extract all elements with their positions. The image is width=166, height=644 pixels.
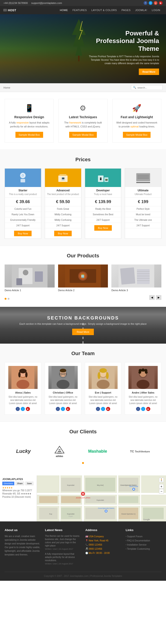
andre-youtube-icon[interactable]: ▶ bbox=[146, 407, 150, 411]
advanced-buy-button[interactable]: Buy Now bbox=[54, 231, 72, 236]
feature-text-responsive: A fully responsive layout that adapts pe… bbox=[8, 121, 50, 128]
map-sidebar-title: JOOMLAPLATES bbox=[2, 478, 34, 480]
feature-btn-techniques[interactable]: Sample Modal Box bbox=[69, 132, 97, 138]
christian-twitter-icon[interactable]: t bbox=[61, 407, 65, 411]
starter-feat-3: Environmentally Friendly bbox=[5, 217, 41, 223]
monitor-icon bbox=[4, 9, 7, 11]
carousel-dot-active[interactable] bbox=[5, 298, 7, 300]
carousel-dot-2[interactable] bbox=[8, 298, 10, 300]
nav-logo[interactable]: HOST bbox=[4, 8, 16, 12]
clients-title: Our Clients bbox=[5, 429, 161, 435]
starter-feat-1: Colorful and Fun bbox=[5, 206, 41, 212]
footer-about-text: We are a small, creative team specializi… bbox=[5, 534, 40, 556]
breadcrumb-home[interactable]: Home bbox=[4, 86, 10, 89]
map-share-button[interactable]: Share bbox=[16, 482, 24, 485]
eve-twitter-icon[interactable]: t bbox=[101, 407, 105, 411]
svg-text:Google: Google bbox=[143, 518, 150, 521]
nav-item-joomla[interactable]: Joomla! bbox=[133, 6, 149, 14]
clients-logos: Lucky adidas Mashable TC TechVenture bbox=[5, 440, 161, 462]
eve-name: Eve | Support bbox=[89, 391, 118, 394]
search-icon: 🔍 bbox=[133, 86, 136, 89]
alexa-twitter-icon[interactable]: t bbox=[21, 407, 25, 411]
developer-price: € 139.99 bbox=[85, 197, 121, 206]
feature-btn-fast[interactable]: Sample Modal Box bbox=[123, 132, 150, 138]
twitter-icon[interactable]: t bbox=[149, 1, 152, 5]
adidas-icon bbox=[54, 445, 65, 454]
carousel-next-button[interactable]: ▶ bbox=[156, 295, 161, 300]
alexa-youtube-icon[interactable]: ▶ bbox=[26, 407, 30, 411]
nav-item-home[interactable]: Home bbox=[58, 6, 70, 14]
nav-item-login[interactable]: Login bbox=[149, 6, 162, 14]
svg-text:Κuper: Κuper bbox=[69, 516, 73, 517]
svg-text:Κυρεναϊκό: Κυρεναϊκό bbox=[97, 499, 104, 501]
andre-facebook-icon[interactable]: f bbox=[136, 407, 140, 411]
main-nav: HOST Home Features Layout & Colors Pages… bbox=[0, 6, 166, 14]
eve-socials: f t ▶ bbox=[89, 407, 118, 411]
developer-buy-button[interactable]: Buy Now bbox=[94, 225, 112, 231]
footer-news-date-1: Written: User | 24 August 2017 bbox=[45, 548, 81, 550]
product-2-artwork: 🫙 bbox=[65, 264, 101, 288]
nav-item-pages[interactable]: Pages bbox=[119, 6, 133, 14]
alexa-facebook-icon[interactable]: f bbox=[16, 407, 20, 411]
zoom-out-button[interactable]: − bbox=[159, 489, 164, 494]
christian-facebook-icon[interactable]: f bbox=[56, 407, 60, 411]
carousel-prev-button[interactable]: ◀ bbox=[149, 295, 155, 300]
responsive-link[interactable]: responsive bbox=[16, 121, 29, 124]
svg-text:GreenSplendid District: GreenSplendid District bbox=[98, 508, 114, 509]
svg-point-57 bbox=[99, 368, 107, 373]
ultimate-features: Perfect Style Must be loved The Ultimate… bbox=[125, 206, 161, 228]
svg-point-55 bbox=[97, 380, 110, 389]
search-box[interactable]: 🔍 bbox=[131, 85, 162, 90]
andre-name: Andre | After Sales bbox=[128, 391, 158, 394]
search-input[interactable] bbox=[137, 86, 160, 89]
starter-buy-button[interactable]: Buy Now bbox=[14, 231, 32, 236]
prices-grid: ⏱ Starter This is a really cool product … bbox=[5, 168, 161, 239]
hero-read-more-button[interactable]: Read More bbox=[139, 68, 159, 75]
team-card-andre: Andre | After Sales Slot dita kasd guber… bbox=[125, 362, 161, 415]
footer-link-support[interactable]: Support Forum bbox=[126, 534, 161, 539]
framework-link[interactable]: framework bbox=[69, 121, 81, 124]
footer-street: 📍 New York, Road 45 bbox=[85, 539, 121, 543]
advanced-feat-4: 24/7 Support bbox=[45, 223, 81, 228]
svg-point-67 bbox=[139, 371, 141, 374]
footer-link-faq[interactable]: FAQ & Documentation bbox=[126, 539, 161, 543]
svg-point-65 bbox=[142, 368, 145, 372]
feature-title-techniques: Latest Techniques bbox=[62, 115, 104, 119]
footer-news-text-1: The theme can be used for teams business… bbox=[45, 534, 81, 548]
section-bg-content: SECTION BACKGROUNDS Each section in this… bbox=[19, 315, 147, 335]
feature-card-techniques: ⚙ Latest Techniques The framework is com… bbox=[58, 99, 107, 142]
svg-text:💻: 💻 bbox=[61, 177, 65, 180]
facebook-icon[interactable]: f bbox=[144, 1, 147, 5]
streetview-button[interactable]: 🚶 bbox=[159, 478, 164, 482]
nav-menu: Home Features Layout & Colors Pages Joom… bbox=[58, 6, 162, 14]
footer-link-installation[interactable]: Installation Service bbox=[126, 543, 161, 547]
footer-links-title: Links bbox=[126, 528, 161, 532]
section-bg-read-more-button[interactable]: Read More bbox=[72, 329, 94, 335]
eve-youtube-icon[interactable]: ▶ bbox=[106, 407, 110, 411]
zoom-in-button[interactable]: + bbox=[159, 484, 164, 489]
svg-rect-24 bbox=[16, 278, 22, 285]
map-save-button[interactable]: Save bbox=[25, 482, 33, 485]
product-label-2: Demo Article 2 bbox=[58, 289, 108, 292]
techniques-icon: ⚙ bbox=[62, 104, 104, 112]
alexa-socials: f t ▶ bbox=[8, 407, 38, 411]
price-card-starter: ⏱ Starter This is a really cool product … bbox=[5, 168, 41, 239]
svg-rect-6 bbox=[59, 174, 66, 175]
map-directions-button[interactable]: Directions bbox=[2, 482, 14, 485]
nav-item-layout[interactable]: Layout & Colors bbox=[89, 6, 119, 14]
feature-btn-responsive[interactable]: Sample Modal Box bbox=[16, 132, 43, 138]
footer-link-customizing[interactable]: Template Customizing bbox=[126, 547, 161, 551]
christian-youtube-icon[interactable]: ▶ bbox=[66, 407, 70, 411]
youtube-icon[interactable]: ▶ bbox=[159, 1, 162, 5]
nav-item-features[interactable]: Features bbox=[70, 6, 89, 14]
googleplus-icon[interactable]: g bbox=[154, 1, 157, 5]
fast-icon: 🚀 bbox=[116, 104, 158, 112]
eve-facebook-icon[interactable]: f bbox=[96, 407, 100, 411]
optimal-link[interactable]: optimal bbox=[130, 125, 139, 128]
andre-twitter-icon[interactable]: t bbox=[141, 407, 145, 411]
ultimate-feat-3: The Ultimate one bbox=[125, 217, 161, 223]
feature-text-techniques: The framework is completely built with H… bbox=[62, 121, 104, 128]
clients-section: Our Clients Lucky adidas Mashable TC Tec… bbox=[0, 422, 166, 476]
svg-point-108 bbox=[81, 492, 85, 496]
prices-title: Prices bbox=[5, 157, 161, 162]
